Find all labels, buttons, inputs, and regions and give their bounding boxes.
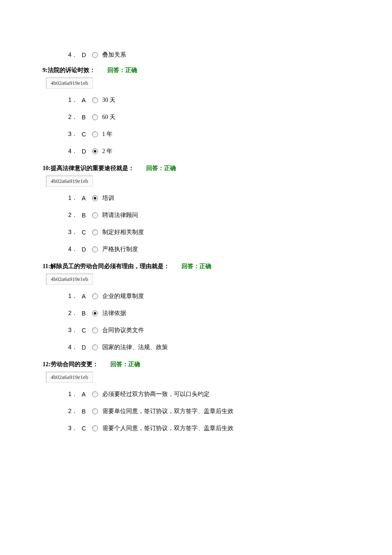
radio-icon[interactable] (92, 408, 98, 414)
code-box: 4b02a6a919e1eb (46, 274, 93, 285)
option-text: 60 天 (102, 113, 116, 121)
option-row: 4．D2 年 (68, 147, 349, 155)
radio-icon[interactable] (92, 131, 98, 137)
answer-feedback: 回答：正确 (107, 67, 137, 73)
option-number: 1． (68, 96, 78, 104)
option-text: 国家的法律、法规、政策 (102, 344, 168, 351)
option-row: 2．B法律依据 (68, 309, 349, 317)
options-list: 1．A企业的规章制度2．B法律依据3．C合同协议类文件4．D国家的法律、法规、政… (68, 292, 349, 351)
radio-selected-icon[interactable] (92, 310, 98, 316)
option-text: 必须要经过双方协商一致，可以口头约定 (102, 390, 210, 398)
question-text: 解除员工的劳动合同必须有理由，理由就是： (50, 263, 170, 269)
option-row: 1．A30 天 (68, 96, 349, 104)
option-row: 2．B聘请法律顾问 (68, 211, 349, 219)
option-text: 企业的规章制度 (102, 292, 144, 300)
option-letter: D (82, 148, 88, 155)
option-number: 1． (68, 390, 78, 398)
question-text: 法院的诉讼时效： (48, 67, 95, 73)
option-row: 4．D国家的法律、法规、政策 (68, 344, 349, 351)
option-letter: C (82, 425, 88, 432)
option-number: 2． (68, 211, 78, 219)
question-text: 劳动合同的变更： (51, 361, 98, 367)
option-letter: A (82, 195, 88, 202)
option-text: 需要单位同意，签订协议，双方签字、盖章后生效 (102, 408, 233, 415)
code-box: 4b02a6a919e1eb (46, 78, 93, 89)
question-header: 12:劳动合同的变更：回答：正确 (43, 361, 349, 368)
answer-feedback: 回答：正确 (146, 165, 176, 171)
option-row: 1．A必须要经过双方协商一致，可以口头约定 (68, 390, 349, 398)
option-letter: B (82, 310, 88, 317)
option-letter: A (82, 97, 88, 104)
option-row: 1．A培训 (68, 194, 349, 202)
question-text: 提高法律意识的重要途径就是： (51, 165, 134, 171)
option-number: 3． (68, 228, 78, 236)
answer-feedback: 回答：正确 (182, 263, 211, 269)
option-row: 1．A企业的规章制度 (68, 292, 349, 300)
radio-icon[interactable] (92, 293, 98, 299)
option-text: 聘请法律顾问 (102, 211, 138, 219)
option-text: 30 天 (102, 96, 116, 104)
answer-feedback: 回答：正确 (110, 361, 140, 367)
option-text: 严格执行制度 (102, 246, 138, 253)
option-number: 4． (68, 147, 78, 155)
option-number: 3． (68, 327, 78, 334)
radio-selected-icon[interactable] (92, 148, 98, 154)
option-number: 4． (68, 246, 78, 253)
option-letter: A (82, 391, 88, 398)
option-number: 1． (68, 292, 78, 300)
option-letter: B (82, 212, 88, 219)
radio-selected-icon[interactable] (92, 195, 98, 201)
radio-icon[interactable] (92, 391, 98, 397)
radio-icon[interactable] (92, 229, 98, 235)
option-letter: C (82, 131, 88, 138)
code-box: 4b02a6a919e1eb (46, 372, 93, 383)
radio-icon[interactable] (92, 246, 98, 252)
radio-icon[interactable] (92, 212, 98, 218)
question-header: 11:解除员工的劳动合同必须有理由，理由就是：回答：正确 (43, 263, 349, 270)
question-number: 11: (43, 263, 50, 269)
option-number: 1． (68, 194, 78, 202)
option-text: 叠加关系 (102, 51, 126, 59)
radio-icon[interactable] (92, 327, 98, 333)
question-number: 12: (43, 361, 51, 367)
option-number: 2． (68, 408, 78, 415)
option-letter: C (82, 229, 88, 236)
option-text: 1 年 (102, 130, 113, 138)
option-row: 3．C需要个人同意，签订协议，双方签字、盖章后生效 (68, 425, 349, 432)
option-number: 3． (68, 425, 78, 432)
option-row: 4． D 叠加关系 (68, 51, 349, 59)
question-number: 10: (43, 165, 51, 171)
question-header: 10:提高法律意识的重要途径就是：回答：正确 (43, 165, 349, 172)
radio-icon[interactable] (92, 344, 98, 350)
option-text: 法律依据 (102, 309, 126, 317)
option-row: 3．C合同协议类文件 (68, 327, 349, 334)
radio-icon[interactable] (92, 97, 98, 103)
option-text: 合同协议类文件 (102, 327, 144, 334)
radio-icon[interactable] (92, 425, 98, 431)
option-row: 4．D严格执行制度 (68, 246, 349, 253)
document-page: 4． D 叠加关系 9:法院的诉讼时效：回答：正确4b02a6a919e1eb1… (0, 0, 392, 459)
option-number: 3． (68, 130, 78, 138)
option-number: 2． (68, 113, 78, 121)
option-text: 需要个人同意，签订协议，双方签字、盖章后生效 (102, 425, 233, 432)
option-letter: B (82, 114, 88, 121)
option-row: 3．C制定好相关制度 (68, 228, 349, 236)
options-list: 1．A培训2．B聘请法律顾问3．C制定好相关制度4．D严格执行制度 (68, 194, 349, 253)
option-letter: D (82, 344, 88, 351)
option-row: 2．B60 天 (68, 113, 349, 121)
option-row: 3．C1 年 (68, 130, 349, 138)
option-text: 制定好相关制度 (102, 228, 144, 236)
option-text: 培训 (102, 194, 114, 202)
radio-icon[interactable] (92, 52, 98, 58)
option-letter: B (82, 408, 88, 415)
option-number: 2． (68, 309, 78, 317)
question-number: 9: (43, 67, 48, 73)
options-list: 1．A必须要经过双方协商一致，可以口头约定2．B需要单位同意，签订协议，双方签字… (68, 390, 349, 432)
option-number: 4． (68, 51, 78, 59)
option-text: 2 年 (102, 147, 113, 155)
option-letter: D (82, 246, 88, 253)
option-row: 2．B需要单位同意，签订协议，双方签字、盖章后生效 (68, 408, 349, 415)
radio-icon[interactable] (92, 114, 98, 120)
option-letter: A (82, 293, 88, 300)
option-number: 4． (68, 344, 78, 351)
